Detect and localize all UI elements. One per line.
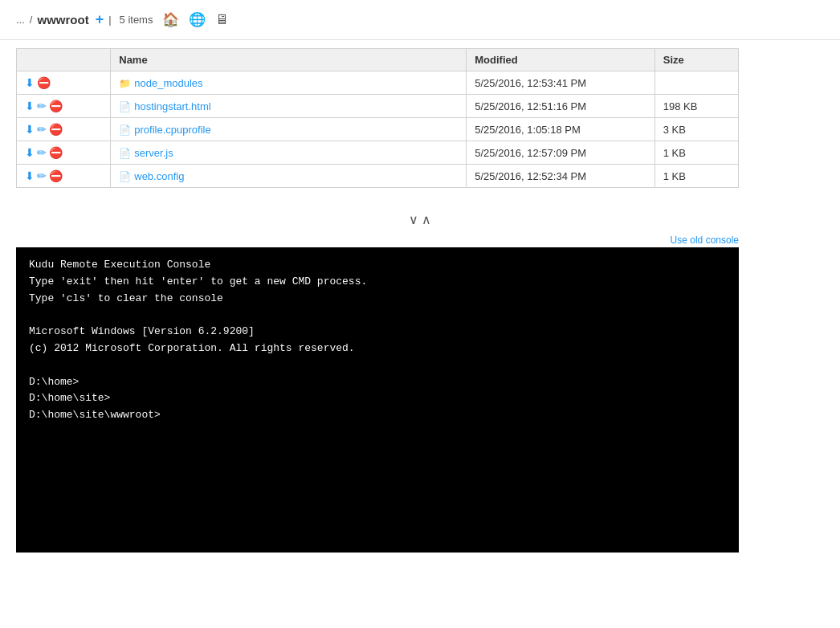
download-icon[interactable]: ⬇ — [25, 100, 35, 112]
row-name: 📄profile.cpuprofile — [111, 118, 467, 141]
row-size: 198 KB — [654, 95, 738, 118]
download-icon[interactable]: ⬇ — [25, 169, 35, 182]
edit-icon[interactable]: ✏ — [37, 169, 47, 182]
col-header-actions — [17, 49, 111, 71]
file-link[interactable]: node_modules — [134, 77, 202, 89]
globe-icon[interactable]: 🌐 — [189, 11, 206, 28]
row-size: 1 KB — [654, 165, 738, 188]
home-icon[interactable]: 🏠 — [162, 11, 179, 28]
console-terminal[interactable]: Kudu Remote Execution Console Type 'exit… — [16, 247, 739, 553]
row-size — [654, 71, 738, 95]
row-size: 1 KB — [654, 141, 738, 165]
row-modified: 5/25/2016, 1:05:18 PM — [467, 118, 655, 141]
add-folder-icon[interactable]: + — [96, 11, 104, 28]
col-header-modified: Modified — [467, 49, 655, 71]
breadcrumb-current-folder: wwwroot — [37, 13, 88, 27]
delete-icon[interactable]: ⛔ — [49, 146, 63, 159]
file-link[interactable]: hostingstart.html — [134, 100, 210, 112]
row-size: 3 KB — [654, 118, 738, 141]
use-old-console-bar: Use old console — [16, 230, 739, 247]
file-link[interactable]: server.js — [134, 147, 173, 159]
row-actions: ⬇✏⛔ — [17, 141, 111, 165]
col-header-name: Name — [111, 49, 467, 71]
table-row: ⬇✏⛔📄hostingstart.html5/25/2016, 12:51:16… — [17, 95, 739, 118]
edit-icon[interactable]: ✏ — [37, 146, 47, 159]
delete-icon[interactable]: ⛔ — [49, 123, 63, 136]
file-icon: 📄 — [119, 148, 131, 159]
monitor-icon[interactable]: 🖥 — [215, 12, 229, 28]
edit-icon[interactable]: ✏ — [37, 100, 47, 112]
row-modified: 5/25/2016, 12:52:34 PM — [467, 165, 655, 188]
row-modified: 5/25/2016, 12:53:41 PM — [467, 71, 655, 95]
download-icon[interactable]: ⬇ — [25, 76, 35, 89]
file-table-wrapper: Name Modified Size ⬇⛔📁node_modules5/25/2… — [0, 40, 840, 204]
table-header-row: Name Modified Size — [17, 49, 739, 71]
delete-icon[interactable]: ⛔ — [49, 169, 63, 182]
edit-icon[interactable]: ✏ — [37, 123, 47, 136]
row-actions: ⬇✏⛔ — [17, 165, 111, 188]
table-row: ⬇⛔📁node_modules5/25/2016, 12:53:41 PM — [17, 71, 739, 95]
breadcrumb-ellipsis[interactable]: ... — [16, 14, 25, 26]
breadcrumb-header: ... / wwwroot + | 5 items 🏠 🌐 🖥 — [0, 0, 840, 40]
breadcrumb-separator: / — [30, 14, 33, 26]
console-section: ∨ ∧ Use old console Kudu Remote Executio… — [0, 204, 840, 553]
table-row: ⬇✏⛔📄profile.cpuprofile5/25/2016, 1:05:18… — [17, 118, 739, 141]
row-modified: 5/25/2016, 12:51:16 PM — [467, 95, 655, 118]
row-actions: ⬇✏⛔ — [17, 118, 111, 141]
file-table: Name Modified Size ⬇⛔📁node_modules5/25/2… — [16, 48, 739, 188]
row-name: 📁node_modules — [111, 71, 467, 95]
delete-icon[interactable]: ⛔ — [49, 100, 63, 112]
delete-icon[interactable]: ⛔ — [37, 76, 51, 89]
table-row: ⬇✏⛔📄server.js5/25/2016, 12:57:09 PM1 KB — [17, 141, 739, 165]
row-name: 📄web.config — [111, 165, 467, 188]
file-icon: 📄 — [119, 171, 131, 182]
row-modified: 5/25/2016, 12:57:09 PM — [467, 141, 655, 165]
collapse-expand-icons[interactable]: ∨ ∧ — [16, 204, 824, 230]
file-link[interactable]: web.config — [134, 170, 184, 182]
file-icon: 📄 — [119, 101, 131, 112]
row-actions: ⬇✏⛔ — [17, 95, 111, 118]
pipe-separator: | — [108, 14, 111, 26]
file-link[interactable]: profile.cpuprofile — [134, 124, 210, 136]
download-icon[interactable]: ⬇ — [25, 123, 35, 136]
file-icon: 📄 — [119, 124, 131, 136]
use-old-console-link[interactable]: Use old console — [671, 234, 739, 246]
row-name: 📄server.js — [111, 141, 467, 165]
table-row: ⬇✏⛔📄web.config5/25/2016, 12:52:34 PM1 KB — [17, 165, 739, 188]
row-name: 📄hostingstart.html — [111, 95, 467, 118]
download-icon[interactable]: ⬇ — [25, 146, 35, 159]
item-count: 5 items — [120, 14, 153, 26]
folder-icon: 📁 — [119, 78, 131, 89]
col-header-size: Size — [654, 49, 738, 71]
row-actions: ⬇⛔ — [17, 71, 111, 95]
